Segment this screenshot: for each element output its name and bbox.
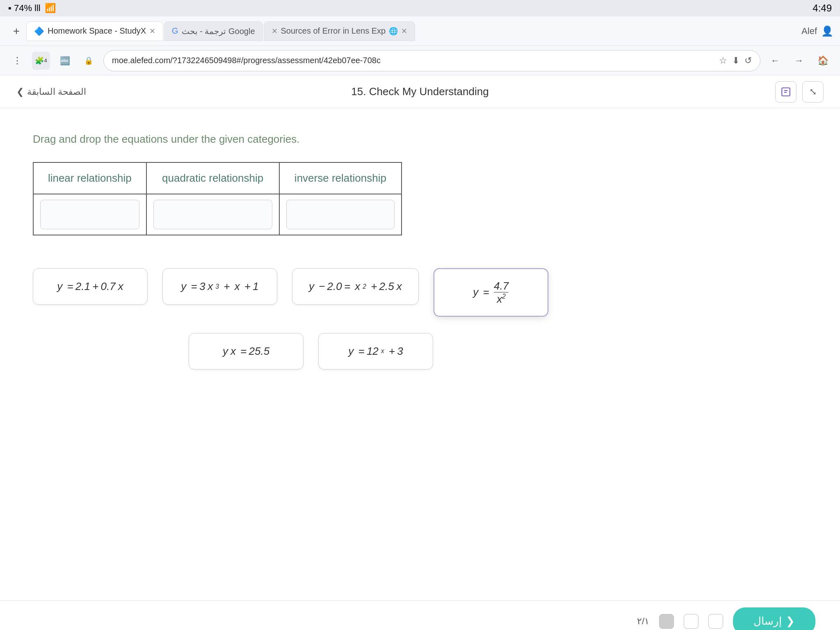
back-nav-button[interactable]: ← xyxy=(766,52,784,70)
fraction-4: 4.7 x2 xyxy=(494,281,509,304)
tab-icon-web: 🌐 xyxy=(389,27,398,36)
status-bar: ▪ 74% lll 📶 4:49 xyxy=(0,0,840,16)
forward-nav-button[interactable]: → xyxy=(790,52,808,70)
page-dot-3[interactable] xyxy=(708,614,723,629)
clock: 4:49 xyxy=(813,2,832,14)
page-indicator: ٢/١ xyxy=(637,616,649,627)
home-button[interactable]: 🏠 xyxy=(814,52,832,70)
page-dot-1[interactable] xyxy=(659,614,674,629)
category-header-inverse: inverse relationship xyxy=(279,162,402,194)
drop-target-inverse[interactable] xyxy=(286,200,395,229)
security-icon[interactable]: 🔒 xyxy=(80,52,98,70)
drop-target-linear[interactable] xyxy=(40,200,139,229)
tab-close-button-left[interactable]: ✕ xyxy=(272,27,278,36)
reload-icon[interactable]: ↺ xyxy=(744,55,752,66)
notes-button[interactable] xyxy=(775,81,797,103)
equation-2: y = 3x3 + x + 1 xyxy=(181,280,258,293)
equations-area: y = 2.1 + 0.7x y = 3x3 + x + 1 y − 2.0 =… xyxy=(33,260,807,325)
tab-google-translate[interactable]: G ترجمة - بحث Google xyxy=(164,21,262,41)
category-header-linear: linear relationship xyxy=(33,162,146,194)
category-table: linear relationship quadratic relationsh… xyxy=(33,162,402,235)
drop-target-quadratic[interactable] xyxy=(153,200,272,229)
url-text[interactable]: moe.alefed.com/?1732246509498#/progress/… xyxy=(112,56,714,65)
address-bar: ⋮ 🧩4 🔤 🔒 moe.alefed.com/?1732246509498#/… xyxy=(0,46,840,75)
back-chevron-icon: ❮ xyxy=(16,87,24,97)
equation-card-2[interactable]: y = 3x3 + x + 1 xyxy=(162,268,277,305)
tab-bar: + 🔷 Homework Space - StudyX ✕ G ترجمة - … xyxy=(0,16,840,46)
page-header: ❮ الصفحة السابقة 15. Check My Understand… xyxy=(0,75,840,108)
tab-label: Homework Space - StudyX xyxy=(48,26,146,36)
equation-card-5[interactable]: yx = 25.5 xyxy=(189,333,304,370)
tab-close-button[interactable]: ✕ xyxy=(149,27,155,36)
footer: ٢/١ إرسال ❯ xyxy=(0,600,840,630)
equation-6: y = 12x + 3 xyxy=(348,345,403,358)
url-box: moe.alefed.com/?1732246509498#/progress/… xyxy=(103,50,760,71)
submit-button[interactable]: إرسال ❯ xyxy=(733,607,815,630)
drop-zone-linear[interactable] xyxy=(33,194,146,235)
equation-card-4[interactable]: y = 4.7 x2 xyxy=(434,268,548,317)
equation-card-6[interactable]: y = 12x + 3 xyxy=(318,333,433,370)
main-content: Drag and drop the equations under the gi… xyxy=(0,108,840,600)
extensions-icon[interactable]: 🧩4 xyxy=(32,52,50,70)
back-button[interactable]: ❮ الصفحة السابقة xyxy=(16,87,86,97)
profile-icon[interactable]: 👤 xyxy=(821,25,833,37)
page-title: 15. Check My Understanding xyxy=(351,85,488,98)
equation-3: y − 2.0 = x2 + 2.5x xyxy=(309,280,402,293)
back-label: الصفحة السابقة xyxy=(27,87,86,97)
download-icon[interactable]: ⬇ xyxy=(732,55,740,66)
tab-sources-of-error[interactable]: ✕ Sources of Error in Lens Exp 🌐 ✕ xyxy=(264,21,415,41)
page-dot-2[interactable] xyxy=(684,614,698,629)
bookmark-icon[interactable]: ☆ xyxy=(719,55,727,66)
menu-button[interactable]: ⋮ xyxy=(8,52,26,70)
equation-5: yx = 25.5 xyxy=(223,345,269,358)
tab-icon-google: G xyxy=(172,26,178,36)
submit-label: إرسال xyxy=(753,615,782,628)
equation-card-1[interactable]: y = 2.1 + 0.7x xyxy=(33,268,148,305)
equation-card-3[interactable]: y − 2.0 = x2 + 2.5x xyxy=(292,268,419,305)
tab-icon-studyx: 🔷 xyxy=(34,26,44,36)
equation-1: y = 2.1 + 0.7x xyxy=(57,280,123,293)
drop-zone-inverse[interactable] xyxy=(279,194,402,235)
drop-zone-quadratic[interactable] xyxy=(146,194,279,235)
translate-icon[interactable]: 🔤 xyxy=(56,52,74,70)
tab-close-button[interactable]: ✕ xyxy=(401,27,407,36)
tab-label: Sources of Error in Lens Exp xyxy=(281,26,386,36)
instruction-text: Drag and drop the equations under the gi… xyxy=(33,133,807,146)
equation-4: y = 4.7 x2 xyxy=(473,281,509,304)
profile-label: Alef xyxy=(801,26,817,37)
submit-chevron-icon: ❯ xyxy=(786,615,795,628)
new-tab-button[interactable]: + xyxy=(7,22,26,40)
status-left: ▪ 74% lll 📶 xyxy=(8,3,56,14)
tab-label: ترجمة - بحث Google xyxy=(182,26,255,36)
expand-button[interactable]: ⤡ xyxy=(802,81,824,103)
battery-icon: ▪ 74% lll xyxy=(8,3,41,14)
wifi-icon: 📶 xyxy=(45,3,56,14)
header-actions: ⤡ xyxy=(775,81,824,103)
category-header-quadratic: quadratic relationship xyxy=(146,162,279,194)
equations-area-row2: yx = 25.5 y = 12x + 3 xyxy=(33,325,807,378)
tab-homework-space[interactable]: 🔷 Homework Space - StudyX ✕ xyxy=(26,21,163,41)
